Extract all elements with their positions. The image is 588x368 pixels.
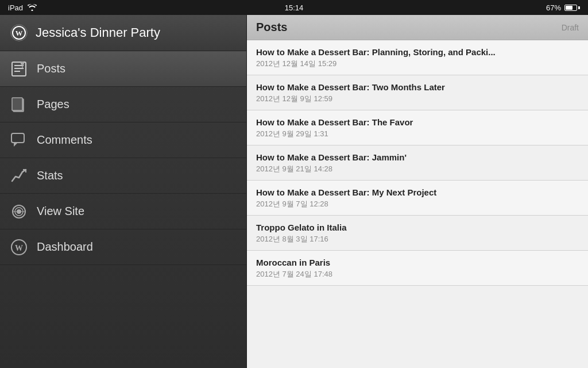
post-date-2: 2012년 9월 29일 1:31 (256, 129, 579, 139)
post-date-5: 2012년 8월 3일 17:16 (256, 234, 579, 244)
sidebar: W Jessica's Dinner Party Posts (0, 15, 247, 368)
status-bar: iPad 15:14 67% (0, 0, 588, 15)
status-time: 15:14 (285, 3, 304, 12)
wifi-icon (28, 4, 37, 11)
svg-text:W: W (15, 244, 23, 252)
draft-badge: Draft (562, 23, 579, 32)
posts-list: How to Make a Dessert Bar: Planning, Sto… (247, 40, 588, 368)
post-item-4[interactable]: How to Make a Dessert Bar: My Next Proje… (247, 181, 588, 216)
svg-rect-11 (11, 133, 24, 143)
post-title-3: How to Make a Dessert Bar: Jammin' (256, 152, 579, 162)
main-layout: W Jessica's Dinner Party Posts (0, 15, 588, 368)
comments-icon (10, 132, 28, 149)
battery-icon (564, 5, 580, 11)
post-item-6[interactable]: Moroccan in Paris 2012년 7월 24일 17:48 (247, 251, 588, 286)
svg-point-7 (21, 62, 24, 65)
svg-text:W: W (16, 29, 23, 37)
sidebar-item-posts[interactable]: Posts (0, 51, 246, 87)
sidebar-item-pages-label: Pages (37, 98, 69, 111)
post-item-1[interactable]: How to Make a Dessert Bar: Two Months La… (247, 75, 588, 110)
sidebar-item-stats-label: Stats (37, 169, 63, 182)
pages-icon (10, 96, 28, 113)
battery-percent: 67% (546, 3, 561, 12)
post-date-0: 2012년 12월 14일 15:29 (256, 59, 579, 69)
post-item-5[interactable]: Troppo Gelato in Italia 2012년 8월 3일 17:1… (247, 216, 588, 251)
post-title-6: Moroccan in Paris (256, 258, 579, 267)
posts-icon (10, 60, 28, 78)
dashboard-wp-icon: W (10, 239, 28, 256)
post-title-0: How to Make a Dessert Bar: Planning, Sto… (256, 47, 579, 57)
stats-icon (10, 167, 28, 185)
post-title-4: How to Make a Dessert Bar: My Next Proje… (256, 187, 579, 197)
status-left: iPad (8, 3, 37, 12)
sidebar-item-comments[interactable]: Comments (0, 122, 246, 158)
svg-rect-10 (12, 98, 22, 110)
status-right: 67% (546, 3, 580, 12)
post-title-2: How to Make a Dessert Bar: The Favor (256, 117, 579, 127)
post-item-2[interactable]: How to Make a Dessert Bar: The Favor 201… (247, 110, 588, 145)
post-item-0[interactable]: How to Make a Dessert Bar: Planning, Sto… (247, 40, 588, 75)
post-item-3[interactable]: How to Make a Dessert Bar: Jammin' 2012년… (247, 145, 588, 181)
sidebar-item-pages[interactable]: Pages (0, 87, 246, 122)
post-date-3: 2012년 9월 21일 14:28 (256, 164, 579, 174)
post-date-1: 2012년 12월 9일 12:59 (256, 94, 579, 104)
sidebar-item-viewsite[interactable]: View Site (0, 194, 246, 229)
content-title: Posts (256, 21, 287, 34)
site-header[interactable]: W Jessica's Dinner Party (0, 15, 246, 51)
post-date-6: 2012년 7월 24일 17:48 (256, 269, 579, 279)
sidebar-item-comments-label: Comments (37, 133, 92, 147)
site-title: Jessica's Dinner Party (36, 25, 160, 40)
content-header: Posts Draft (247, 15, 588, 40)
sidebar-item-posts-label: Posts (37, 62, 65, 75)
sidebar-item-stats[interactable]: Stats (0, 158, 246, 194)
post-title-5: Troppo Gelato in Italia (256, 223, 579, 232)
svg-marker-12 (14, 143, 18, 147)
sidebar-item-dashboard[interactable]: W Dashboard (0, 229, 246, 265)
sidebar-item-viewsite-label: View Site (37, 205, 84, 218)
viewsite-icon (10, 203, 28, 220)
wp-logo-large: W (10, 24, 28, 41)
post-date-4: 2012년 9월 7일 12:28 (256, 199, 579, 209)
sidebar-item-dashboard-label: Dashboard (37, 240, 93, 254)
ipad-label: iPad (8, 3, 23, 12)
content-area: Posts Draft How to Make a Dessert Bar: P… (247, 15, 588, 368)
post-title-1: How to Make a Dessert Bar: Two Months La… (256, 82, 579, 92)
